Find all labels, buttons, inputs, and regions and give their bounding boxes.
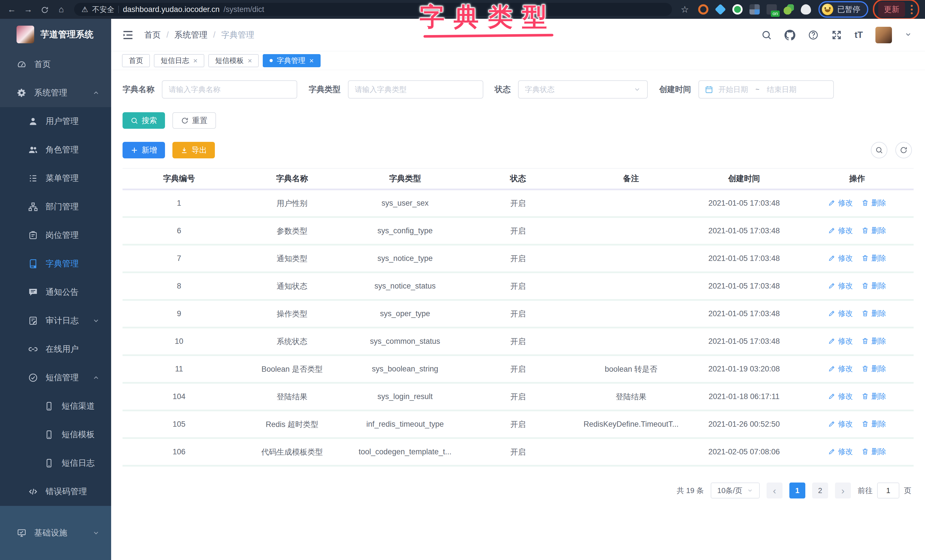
tab-close-icon[interactable]: × [309, 57, 313, 65]
sidebar-item-notice-announcement[interactable]: 通知公告 [0, 278, 111, 307]
breadcrumb-system[interactable]: 系统管理 [175, 29, 208, 41]
dict-type-link[interactable]: sys_login_result [348, 383, 462, 411]
sidebar-item-sms-template[interactable]: 短信模板 [0, 420, 111, 449]
tab-字典管理[interactable]: 字典管理× [263, 54, 320, 67]
sidebar-item-dept-management[interactable]: 部门管理 [0, 193, 111, 221]
edit-link[interactable]: 修改 [828, 419, 853, 429]
extension-paw-icon[interactable] [801, 4, 811, 15]
sidebar-item-online-users[interactable]: 在线用户 [0, 335, 111, 363]
dict-type-link[interactable]: sys_notice_status [348, 272, 462, 300]
speech-bubble-icon [28, 287, 38, 297]
bookmark-star-icon[interactable]: ☆ [679, 5, 691, 14]
edit-link[interactable]: 修改 [828, 336, 853, 346]
dict-type-link[interactable]: sys_common_status [348, 328, 462, 355]
dict-type-link[interactable]: sys_config_type [348, 217, 462, 245]
edit-link[interactable]: 修改 [828, 364, 853, 374]
sidebar-item-system-management[interactable]: 系统管理 [0, 78, 111, 107]
delete-link[interactable]: 删除 [862, 281, 886, 291]
delete-link[interactable]: 删除 [862, 391, 886, 401]
edit-link[interactable]: 修改 [828, 391, 853, 401]
address-bar[interactable]: ⚠ 不安全 dashboard.yudao.iocoder.cn/system/… [74, 3, 672, 16]
tab-首页[interactable]: 首页 [122, 54, 150, 67]
prev-page-button[interactable]: ‹ [767, 483, 782, 498]
sidebar-item-dict-management[interactable]: 字典管理 [0, 250, 111, 278]
next-page-button[interactable]: › [835, 483, 851, 498]
dict-name-input[interactable] [162, 80, 297, 99]
delete-link[interactable]: 删除 [862, 336, 886, 346]
search-button[interactable]: 搜索 [122, 112, 165, 129]
browser-reload-icon[interactable] [39, 5, 51, 14]
dict-type-link[interactable]: sys_user_sex [348, 190, 462, 217]
browser-forward-icon[interactable]: → [22, 5, 34, 14]
sidebar-item-infrastructure[interactable]: 基础设施 [0, 506, 111, 560]
reset-button[interactable]: 重置 [172, 112, 216, 129]
sidebar-item-sms-log[interactable]: 短信日志 [0, 449, 111, 477]
sidebar: 芋道管理系统 首页系统管理用户管理角色管理菜单管理部门管理岗位管理字典管理通知公… [0, 19, 111, 560]
font-size-icon[interactable]: tT [855, 30, 863, 40]
delete-link[interactable]: 删除 [862, 198, 886, 208]
avatar-caret-down-icon[interactable] [904, 31, 912, 39]
delete-link[interactable]: 删除 [862, 226, 886, 236]
add-button[interactable]: 新增 [122, 142, 165, 158]
sidebar-item-sms-channel[interactable]: 短信渠道 [0, 392, 111, 420]
date-range-picker[interactable]: 开始日期 ~ 结束日期 [699, 80, 834, 99]
dict-type-link[interactable]: tool_codegen_template_t... [348, 438, 462, 466]
sidebar-item-post-management[interactable]: 岗位管理 [0, 221, 111, 250]
page-size-select[interactable]: 10条/页 [711, 483, 760, 498]
extension-on-icon[interactable]: on [767, 4, 777, 15]
extension-ring-icon[interactable] [698, 4, 708, 15]
help-icon[interactable] [808, 30, 819, 41]
page-button-1[interactable]: 1 [789, 483, 805, 498]
edit-link[interactable]: 修改 [828, 281, 853, 291]
dict-type-link[interactable]: inf_redis_timeout_type [348, 411, 462, 438]
sidebar-item-audit-log[interactable]: 审计日志 [0, 307, 111, 335]
extension-gem-icon[interactable] [715, 4, 726, 15]
export-button[interactable]: 导出 [172, 142, 215, 158]
sidebar-item-error-code-management[interactable]: 错误码管理 [0, 477, 111, 506]
dict-type-link[interactable]: sys_notice_type [348, 245, 462, 272]
table-refresh-icon[interactable] [895, 142, 912, 158]
sidebar-item-sms-management[interactable]: 短信管理 [0, 363, 111, 392]
collapse-menu-icon[interactable] [122, 29, 134, 41]
dict-type-input[interactable] [348, 80, 483, 99]
edit-link[interactable]: 修改 [828, 447, 853, 457]
app-logo[interactable]: 芋道管理系统 [0, 19, 111, 50]
browser-back-icon[interactable]: ← [6, 5, 18, 14]
goto-page-input[interactable] [877, 483, 899, 498]
delete-link[interactable]: 删除 [862, 419, 886, 429]
browser-menu-kebab-icon[interactable] [910, 4, 914, 15]
tab-短信模板[interactable]: 短信模板× [208, 54, 259, 67]
delete-link[interactable]: 删除 [862, 364, 886, 374]
edit-link[interactable]: 修改 [828, 309, 853, 318]
sidebar-item-user-management[interactable]: 用户管理 [0, 107, 111, 135]
extension-ball-icon[interactable] [732, 4, 743, 15]
search-icon[interactable] [761, 30, 772, 41]
sidebar-item-menu-management[interactable]: 菜单管理 [0, 164, 111, 193]
user-avatar[interactable] [875, 27, 892, 43]
browser-home-icon[interactable]: ⌂ [55, 5, 67, 14]
delete-link[interactable]: 删除 [862, 253, 886, 263]
sidebar-item-role-management[interactable]: 角色管理 [0, 135, 111, 164]
fullscreen-icon[interactable] [831, 30, 842, 41]
edit-link[interactable]: 修改 [828, 253, 853, 263]
sidebar-item-home[interactable]: 首页 [0, 50, 111, 78]
dict-type-link[interactable]: sys_oper_type [348, 300, 462, 328]
extension-sprout-icon[interactable] [783, 4, 794, 15]
tab-短信日志[interactable]: 短信日志× [154, 54, 204, 67]
tab-close-icon[interactable]: × [248, 57, 252, 65]
dict-type-link[interactable]: sys_boolean_string [348, 355, 462, 383]
extension-grid-icon[interactable] [749, 4, 760, 15]
edit-link[interactable]: 修改 [828, 198, 853, 208]
edit-link[interactable]: 修改 [828, 226, 853, 236]
delete-link[interactable]: 删除 [862, 447, 886, 457]
paused-extension-badge[interactable]: 已暂停 [818, 1, 868, 18]
tab-close-icon[interactable]: × [193, 57, 197, 65]
delete-link[interactable]: 删除 [862, 309, 886, 318]
github-icon[interactable] [785, 30, 795, 41]
browser-update-button[interactable]: 更新 [878, 2, 905, 17]
table-search-toggle-icon[interactable] [871, 142, 887, 158]
status-select[interactable]: 字典状态 [518, 80, 648, 99]
breadcrumb-home[interactable]: 首页 [144, 29, 161, 41]
page-button-2[interactable]: 2 [812, 483, 828, 498]
sidebar-item-label: 短信日志 [62, 458, 95, 469]
